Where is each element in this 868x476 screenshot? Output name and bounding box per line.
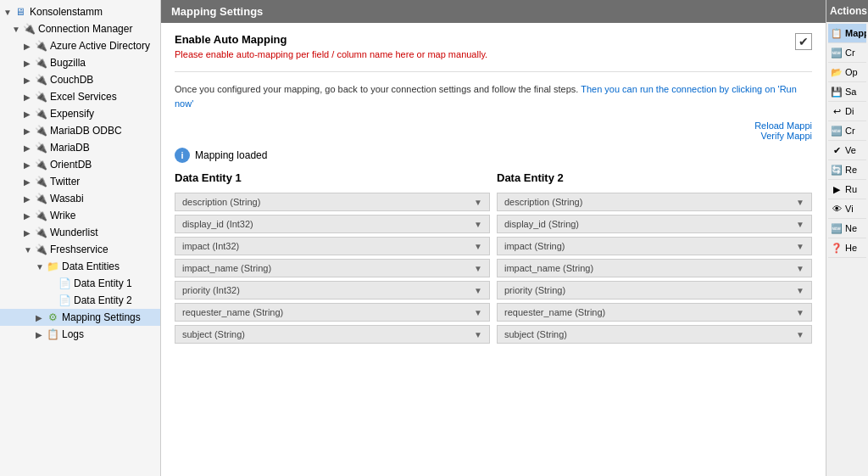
sidebar-item-wrike[interactable]: ▶ 🔌 Wrike [0, 207, 160, 224]
actions-body: 📋Mappi🆕Cr📂Op💾Sa↩Di🆕Cr✔Ve🔄Re▶Ru👁Vi🆕Ne❓He [826, 22, 868, 260]
entity2-dropdown-3[interactable]: impact_name (String)▼ [497, 259, 812, 277]
auto-mapping-title: Enable Auto Mapping [175, 33, 487, 46]
auto-mapping-desc: Please enable auto-mapping per field / c… [175, 49, 487, 59]
main-panel: Mapping Settings Enable Auto Mapping Ple… [161, 0, 826, 476]
actions-header: Actions [826, 0, 868, 22]
entity2-header: Data Entity 2 [497, 171, 812, 188]
action-item-refresh[interactable]: 🔄Re [828, 160, 866, 180]
entity2-dropdown-4[interactable]: priority (String)▼ [497, 281, 812, 300]
arrow-icon: ▶ [24, 59, 34, 68]
plugin-icon: 🔌 [34, 243, 47, 256]
entity1-dropdown-6[interactable]: subject (String)▼ [175, 325, 490, 344]
sidebar-item-couchdb[interactable]: ▶ 🔌 CouchDB [0, 71, 160, 88]
sidebar-item-logs[interactable]: ▶ 📋 Logs [0, 326, 160, 343]
mapping-status: i Mapping loaded [175, 148, 812, 163]
dropdown-arrow: ▼ [474, 330, 482, 339]
arrow-icon: ▶ [24, 194, 34, 204]
plugin-icon: 🔌 [34, 107, 47, 120]
entity2-field-row: description (String)▼ [497, 193, 812, 211]
action-item-run[interactable]: ▶Ru [828, 180, 866, 199]
action-item-save[interactable]: 💾Sa [828, 82, 866, 102]
action-icon-new: 🆕 [830, 221, 843, 235]
entity1-field-row: impact_name (String)▼ [175, 259, 490, 277]
plugin-icon: 🔌 [34, 158, 47, 171]
action-item-create[interactable]: 🆕Cr [828, 43, 866, 63]
plugin-icon: 🔌 [34, 209, 47, 222]
sidebar-item-expensify[interactable]: ▶ 🔌 Expensify [0, 105, 160, 122]
sidebar-item-excel[interactable]: ▶ 🔌 Excel Services [0, 88, 160, 105]
sidebar-item-wasabi[interactable]: ▶ 🔌 Wasabi [0, 190, 160, 207]
sidebar-item-connection-manager[interactable]: ▼ 🔌 Connection Manager [0, 20, 160, 37]
auto-mapping-checkbox[interactable]: ✔ [795, 33, 812, 50]
arrow-icon: ▼ [36, 262, 46, 272]
arrow-icon: ▼ [24, 245, 34, 255]
action-item-discard[interactable]: ↩Di [828, 102, 866, 121]
action-icon-open: 📂 [830, 65, 843, 79]
entity2-dropdown-1[interactable]: display_id (String)▼ [497, 215, 812, 233]
action-icon-verify: ✔ [830, 143, 843, 157]
arrow-icon: ▼ [3, 8, 14, 17]
sidebar-item-orientdb[interactable]: ▶ 🔌 OrientDB [0, 156, 160, 173]
dropdown-arrow: ▼ [796, 330, 804, 339]
auto-mapping-left: Enable Auto Mapping Please enable auto-m… [175, 33, 487, 63]
sidebar-item-data-entities[interactable]: ▼ 📁 Data Entities [0, 258, 160, 275]
entity1-dropdown-3[interactable]: impact_name (String)▼ [175, 259, 490, 277]
main-body: Enable Auto Mapping Please enable auto-m… [161, 23, 826, 476]
entity1-field-row: description (String)▼ [175, 193, 490, 211]
action-item-view[interactable]: 👁Vi [828, 199, 866, 219]
sidebar-root[interactable]: ▼ 🖥 Konsolenstamm [0, 3, 160, 20]
arrow-icon: ▶ [36, 313, 46, 322]
reload-links: Reload Mappi Verify Mappi [175, 120, 812, 141]
entity2-dropdown-5[interactable]: requester_name (String)▼ [497, 303, 812, 322]
sidebar-item-azure[interactable]: ▶ 🔌 Azure Active Directory [0, 37, 160, 54]
file-icon: 📄 [58, 294, 71, 307]
settings-icon: ⚙ [46, 311, 59, 324]
entity2-col: Data Entity 2 description (String)▼displ… [497, 171, 812, 347]
reload-mapping-link[interactable]: Reload Mappi [175, 120, 812, 131]
auto-mapping-checkbox-area: ✔ [795, 33, 812, 50]
action-item-create2[interactable]: 🆕Cr [828, 121, 866, 141]
entity1-field-row: impact (Int32)▼ [175, 237, 490, 255]
entity2-dropdown-2[interactable]: impact (String)▼ [497, 237, 812, 255]
sidebar-item-mariadb-odbc[interactable]: ▶ 🔌 MariaDB ODBC [0, 122, 160, 139]
sidebar-item-freshservice[interactable]: ▼ 🔌 Freshservice [0, 241, 160, 258]
action-item-verify[interactable]: ✔Ve [828, 141, 866, 160]
actions-panel: Actions 📋Mappi🆕Cr📂Op💾Sa↩Di🆕Cr✔Ve🔄Re▶Ru👁V… [826, 0, 868, 476]
entity2-dropdown-0[interactable]: description (String)▼ [497, 193, 812, 211]
dropdown-arrow: ▼ [474, 308, 482, 317]
sidebar-item-bugzilla[interactable]: ▶ 🔌 Bugzilla [0, 54, 160, 71]
entity1-dropdown-4[interactable]: priority (Int32)▼ [175, 281, 490, 300]
arrow-icon: ▶ [24, 92, 34, 102]
info-text: Once you configured your mapping, go bac… [175, 82, 812, 110]
plugin-icon: 🔌 [34, 175, 47, 188]
plugin-icon: 🔌 [34, 90, 47, 104]
sidebar-item-data-entity-2[interactable]: 📄 Data Entity 2 [0, 292, 160, 309]
action-item-new[interactable]: 🆕Ne [828, 219, 866, 238]
action-icon-help: ❓ [830, 241, 843, 255]
entity1-dropdown-1[interactable]: display_id (Int32)▼ [175, 215, 490, 233]
action-icon-refresh: 🔄 [830, 163, 843, 176]
dropdown-arrow: ▼ [796, 220, 804, 229]
entity2-dropdown-6[interactable]: subject (String)▼ [497, 325, 812, 344]
entity1-field-row: priority (Int32)▼ [175, 281, 490, 300]
entity1-field-row: subject (String)▼ [175, 325, 490, 344]
entity1-dropdown-5[interactable]: requester_name (String)▼ [175, 303, 490, 322]
entity1-dropdown-0[interactable]: description (String)▼ [175, 193, 490, 211]
plugin-icon: 🔌 [34, 141, 47, 154]
entity1-dropdown-2[interactable]: impact (Int32)▼ [175, 237, 490, 255]
arrow-icon: ▶ [24, 76, 34, 85]
sidebar-item-mapping-settings[interactable]: ▶ ⚙ Mapping Settings [0, 309, 160, 326]
action-item-open[interactable]: 📂Op [828, 63, 866, 82]
action-item-help[interactable]: ❓He [828, 238, 866, 258]
sidebar-item-twitter[interactable]: ▶ 🔌 Twitter [0, 173, 160, 190]
sidebar-item-mariadb[interactable]: ▶ 🔌 MariaDB [0, 139, 160, 156]
sidebar-item-data-entity-1[interactable]: 📄 Data Entity 1 [0, 275, 160, 292]
entity1-field-row: requester_name (String)▼ [175, 303, 490, 322]
arrow-icon: ▶ [36, 330, 46, 339]
action-item-mapping[interactable]: 📋Mappi [828, 24, 866, 43]
entity1-col: Data Entity 1 description (String)▼displ… [175, 171, 490, 347]
arrow-icon: ▼ [12, 25, 22, 34]
sidebar-item-wunderlist[interactable]: ▶ 🔌 Wunderlist [0, 224, 160, 241]
dropdown-arrow: ▼ [796, 264, 804, 273]
verify-mapping-link[interactable]: Verify Mappi [175, 131, 812, 141]
